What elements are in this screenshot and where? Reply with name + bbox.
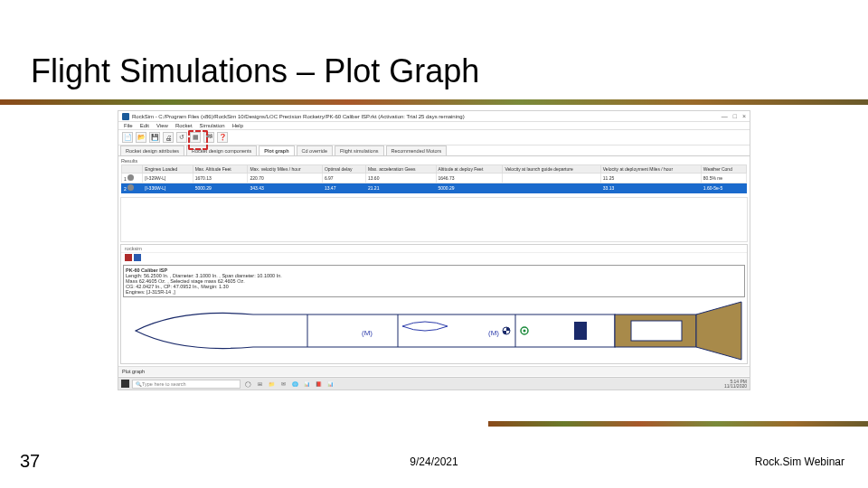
cell: 6.97: [322, 174, 365, 183]
new-file-icon[interactable]: 📄: [122, 132, 133, 143]
cell: 5000.29: [436, 183, 503, 193]
clock-date: 11/11/2020: [724, 384, 747, 389]
cell: 33.13: [600, 183, 701, 193]
tab-cd-override[interactable]: Cd override: [297, 145, 333, 155]
col-max-accel[interactable]: Max. acceleration Gees: [365, 165, 436, 174]
tab-flight-simulations[interactable]: Flight simulations: [335, 145, 384, 155]
window-minimize-button[interactable]: —: [722, 113, 728, 119]
print-icon[interactable]: 🖨: [163, 132, 174, 143]
mass-marker-1: (M): [362, 329, 373, 337]
plot-graph-icon[interactable]: ▦: [190, 132, 201, 143]
explorer-icon[interactable]: 📁: [267, 380, 276, 389]
col-blank: [122, 165, 143, 174]
col-engines[interactable]: Engines Loaded: [143, 165, 193, 174]
cortana-icon[interactable]: ◯: [243, 380, 252, 389]
col-vel-deploy[interactable]: Velocity at deployment Miles / hour: [600, 165, 701, 174]
taskbar-search-input[interactable]: 🔍 Type here to search: [132, 380, 241, 389]
tab-rocket-design-attributes[interactable]: Rocket design attributes: [120, 145, 184, 155]
windows-taskbar: 🔍 Type here to search ◯ ⊞ 📁 ✉ 🌐 📊 📕 📊 5:…: [118, 377, 750, 389]
help-icon[interactable]: ❓: [217, 132, 228, 143]
cell: [I-329W-L]: [143, 174, 193, 183]
save-icon[interactable]: 💾: [149, 132, 160, 143]
row-status-icon: [127, 174, 134, 181]
table-header-row: Engines Loaded Max. Altitude Feet Max. v…: [122, 165, 747, 174]
menu-rocket[interactable]: Rocket: [175, 123, 193, 128]
simulation-table: Engines Loaded Max. Altitude Feet Max. v…: [121, 164, 747, 193]
rocket-engines: Engines: [J-315R-14 ,]: [126, 289, 742, 295]
reload-icon[interactable]: ↺: [176, 132, 187, 143]
row-status-icon: [127, 184, 134, 191]
search-placeholder: Type here to search: [142, 381, 186, 387]
cell: 13.47: [322, 183, 365, 193]
svg-rect-4: [631, 321, 682, 341]
app-tb-icon-2[interactable]: 📊: [326, 380, 335, 389]
tab-recommended-motors[interactable]: Recommended Motors: [386, 145, 448, 155]
footer-title: Rock.Sim Webinar: [755, 455, 844, 468]
system-clock[interactable]: 5:14 PM 11/11/2020: [724, 380, 747, 389]
cell: 11.25: [600, 174, 701, 183]
app-tb-icon[interactable]: 📕: [314, 380, 323, 389]
accent-bar-top: [0, 99, 868, 105]
browser-icon[interactable]: 🌐: [290, 380, 299, 389]
cg-marker-icon: [503, 327, 510, 334]
svg-point-6: [524, 330, 526, 333]
app-icon: [122, 113, 129, 120]
cell: 80.5% ne: [701, 174, 746, 183]
cell: [I-336W-L]: [143, 183, 193, 193]
cell: 1646.73: [436, 174, 503, 183]
task-view-icon[interactable]: ⊞: [255, 380, 264, 389]
window-close-button[interactable]: ×: [742, 113, 746, 119]
cell: 13.60: [365, 174, 436, 183]
menu-file[interactable]: File: [124, 123, 133, 128]
cell: 1.60-5e-5: [701, 183, 746, 193]
menu-help[interactable]: Help: [232, 123, 243, 128]
cell: 5000.29: [193, 183, 248, 193]
window-maximize-button[interactable]: □: [733, 113, 737, 119]
cell: [503, 174, 600, 183]
rocket-info-box: PK-60 Caliber ISP Length: 56.2500 In. , …: [123, 265, 745, 297]
accent-bar-bottom: [488, 421, 868, 427]
simulation-results-panel: Results Engines Loaded Max. Altitude Fee…: [118, 156, 750, 195]
cell: 21.21: [365, 183, 436, 193]
col-max-velocity[interactable]: Max. velocity Miles / hour: [248, 165, 322, 174]
col-max-altitude[interactable]: Max. Altitude Feet: [193, 165, 248, 174]
menu-edit[interactable]: Edit: [140, 123, 149, 128]
cell: [503, 183, 600, 193]
col-alt-deploy[interactable]: Altitude at deploy Feet: [436, 165, 503, 174]
slide-title: Flight Simulations – Plot Graph: [31, 52, 479, 90]
app-titlebar: RockSim - C:/Program Files (x86)/RockSim…: [118, 111, 750, 122]
side-view-icon[interactable]: [125, 254, 132, 261]
cell: 343.43: [248, 183, 322, 193]
open-file-icon[interactable]: 📂: [136, 132, 146, 143]
page-number: 37: [20, 451, 40, 472]
rocket-tab-label[interactable]: rocksim: [125, 246, 142, 251]
mail-icon[interactable]: ✉: [278, 380, 288, 389]
col-weather[interactable]: Weather Cond: [701, 165, 746, 174]
menu-view[interactable]: View: [156, 123, 168, 128]
empty-panel: [120, 197, 748, 242]
col-optimal-delay[interactable]: Optimal delay: [322, 165, 365, 174]
table-row-selected[interactable]: 2 [I-336W-L] 5000.29 343.43 13.47 21.21 …: [122, 183, 747, 193]
results-label: Results: [121, 158, 747, 164]
tab-plot-graph[interactable]: Plot graph: [259, 145, 294, 155]
rocket-diagram: (M) (M): [121, 299, 747, 362]
powerpoint-icon[interactable]: 📊: [302, 380, 311, 389]
menubar: File Edit View Rocket Simulation Help: [118, 122, 750, 130]
col-vel-launch[interactable]: Velocity at launch guide departure: [503, 165, 600, 174]
rail-button-icon: [574, 322, 587, 340]
top-view-icon[interactable]: [134, 254, 141, 261]
cell: 220.70: [248, 174, 322, 183]
menu-simulation[interactable]: Simulation: [200, 123, 225, 128]
toolbar: 📄 📂 💾 🖨 ↺ ▦ 🏁 ❓: [118, 130, 750, 145]
plot-graph-footer: Plot graph: [118, 366, 750, 376]
mass-marker-2: (M): [488, 329, 499, 337]
footer-date: 9/24/2021: [410, 455, 458, 468]
app-window-title: RockSim - C:/Program Files (x86)/RockSim…: [132, 114, 465, 119]
app-window: RockSim - C:/Program Files (x86)/RockSim…: [118, 110, 750, 390]
design-tabs: Rocket design attributes Rocket design c…: [118, 145, 750, 156]
svg-marker-5: [696, 302, 741, 360]
rocket-diagram-panel: rocksim PK-60 Caliber ISP Length: 56.250…: [120, 244, 748, 364]
start-button-icon[interactable]: [121, 380, 129, 388]
cell: 1670.13: [193, 174, 248, 183]
table-row[interactable]: 1 [I-329W-L] 1670.13 220.70 6.97 13.60 1…: [122, 174, 747, 183]
